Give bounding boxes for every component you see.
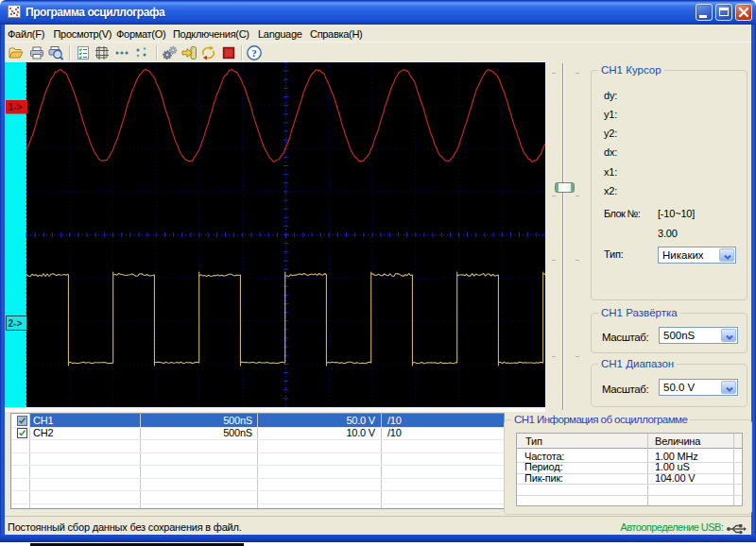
svg-text:?: ?: [252, 47, 258, 59]
svg-text:2->: 2->: [9, 318, 23, 329]
svg-text:1->: 1->: [9, 102, 23, 112]
